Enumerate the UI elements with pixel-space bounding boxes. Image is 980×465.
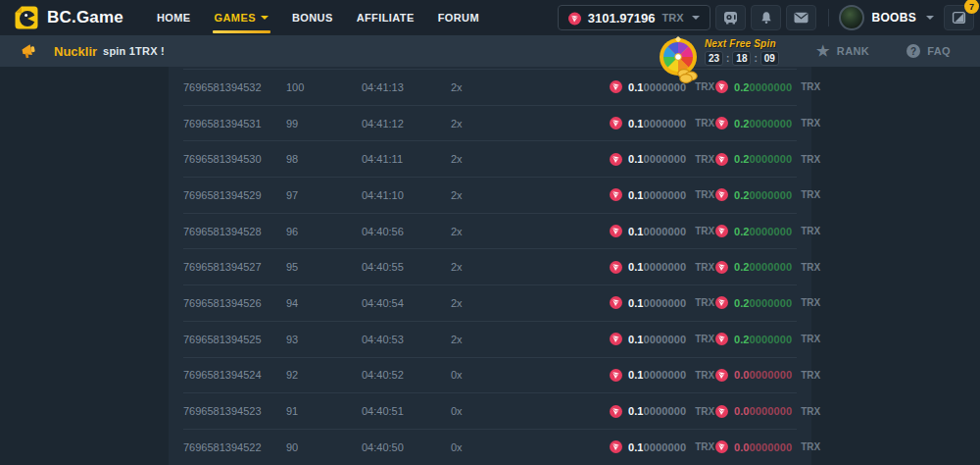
bet-amount-main: 0.1 [628,261,644,273]
bet-amount-zeros: 0000000 [644,118,687,129]
bet-amount-main: 0.1 [628,153,644,165]
round-number: 99 [286,118,362,129]
faq-link[interactable]: ? FAQ [906,44,951,58]
rank-label: RANK [837,45,869,57]
round-number: 96 [286,226,362,237]
bet-id: 7696581394528 [183,226,286,237]
trx-coin-icon [610,369,622,382]
bet-amount: 0.10000000 TRX [610,440,715,453]
multiplier: 2x [451,189,610,201]
chat-icon [952,11,966,25]
balance-selector[interactable]: 3101.97196 TRX [558,5,711,30]
currency-label: TRX [695,334,714,344]
payout-value: 0.20000000 [734,297,792,309]
table-row[interactable]: 7696581394525 93 04:40:53 2x 0.10000000 … [183,321,797,357]
bet-time: 04:41:11 [362,153,451,165]
payout: 0.20000000 TRX [715,225,820,237]
bet-amount: 0.10000000 TRX [610,405,715,418]
bet-amount-main: 0.1 [628,226,644,237]
bet-amount-main: 0.1 [628,189,644,201]
bet-amount: 0.10000000 TRX [610,225,715,237]
nav-affiliate[interactable]: AFFILIATE [345,0,426,35]
bet-time: 04:40:53 [362,334,451,345]
round-number: 95 [286,261,362,273]
trx-coin-icon [715,225,728,237]
nav-forum[interactable]: FORUM [426,0,491,35]
bet-amount-value: 0.10000000 [628,405,686,417]
payout-zeros: 0000000 [750,118,793,129]
currency-label: TRX [801,441,820,452]
currency-label: TRX [695,118,714,129]
table-row[interactable]: 7696581394532 100 04:41:13 2x 0.10000000… [183,69,797,105]
nav-bonus[interactable]: BONUS [280,0,345,35]
announcement-link[interactable]: Nucklir spin 1TRX ! [20,43,165,60]
payout-main: 0.2 [734,153,750,165]
payout-main: 0.0 [734,441,750,453]
payout-main: 0.0 [734,369,750,381]
free-spin-widget[interactable]: Next Free Spin 23 : 18 : 09 [658,35,779,67]
top-navigation-bar: BC.Game HOME GAMES BONUS AFFILIATE FORUM [0,0,980,35]
main-nav: HOME GAMES BONUS AFFILIATE FORUM [145,0,491,35]
currency-label: TRX [695,370,714,381]
rank-link[interactable]: ★ RANK [816,44,869,58]
table-row[interactable]: 7696581394526 94 04:40:54 2x 0.10000000 … [183,284,797,321]
table-row[interactable]: 7696581394527 95 04:40:55 2x 0.10000000 … [183,248,797,284]
table-row[interactable]: 7696581394531 99 04:41:12 2x 0.10000000 … [183,105,797,141]
bet-amount-zeros: 0000000 [644,189,687,201]
payout-zeros: 0000000 [750,226,793,237]
trx-coin-icon [610,405,622,418]
timer-minutes: 18 [732,51,751,66]
currency-label: TRX [801,81,820,92]
payout-zeros: 0000000 [750,81,793,93]
payout: 0.00000000 TRX [715,369,820,382]
payout-zeros: 0000000 [750,369,793,381]
table-row[interactable]: 7696581394528 96 04:40:56 2x 0.10000000 … [183,213,797,249]
bet-amount-value: 0.10000000 [628,261,686,273]
payout-main: 0.2 [734,226,750,237]
table-row[interactable]: 7696581394529 97 04:41:10 2x 0.10000000 … [183,177,797,213]
chevron-down-icon [261,16,269,20]
payout-value: 0.00000000 [734,441,792,453]
bet-amount-value: 0.10000000 [628,153,686,165]
bet-amount: 0.10000000 TRX [610,117,715,129]
nav-games[interactable]: GAMES [203,0,280,35]
payout-value: 0.00000000 [734,369,792,381]
balance-amount: 3101.97196 [588,11,656,26]
payout-main: 0.2 [734,334,750,345]
bet-amount-zeros: 0000000 [644,441,687,453]
chevron-down-icon [926,16,934,20]
trx-coin-icon [715,117,728,129]
mail-icon [794,12,808,24]
bet-amount: 0.10000000 TRX [610,296,715,309]
bet-amount-value: 0.10000000 [628,118,686,129]
payout: 0.20000000 TRX [715,296,820,309]
bet-amount-zeros: 0000000 [644,405,687,417]
vault-button[interactable] [715,5,746,30]
trx-coin-icon [715,261,728,274]
chat-button[interactable]: 7 [944,5,974,30]
payout-main: 0.2 [734,189,750,201]
free-spin-label: Next Free Spin [705,38,779,49]
bet-amount-value: 0.10000000 [628,189,686,201]
table-row[interactable]: 7696581394523 91 04:40:51 0x 0.10000000 … [183,392,797,429]
currency-label: TRX [801,297,820,308]
bet-time: 04:40:54 [362,297,451,309]
table-row[interactable]: 7696581394524 92 04:40:52 0x 0.10000000 … [183,357,797,393]
payout-value: 0.20000000 [734,226,792,237]
user-menu[interactable]: BOOBS [839,5,934,30]
notifications-button[interactable] [751,5,781,30]
payout: 0.20000000 TRX [715,261,820,274]
table-row[interactable]: 7696581394530 98 04:41:11 2x 0.10000000 … [183,140,797,177]
payout-main: 0.2 [734,81,750,93]
nav-home[interactable]: HOME [145,0,203,35]
table-row[interactable]: 7696581394522 90 04:40:50 0x 0.10000000 … [183,429,797,465]
brand-logo[interactable]: BC.Game [14,5,123,30]
trx-coin-icon [610,333,622,345]
question-icon: ? [906,44,920,58]
currency-label: TRX [801,189,820,200]
free-spin-info: Next Free Spin 23 : 18 : 09 [705,35,779,66]
mail-button[interactable] [786,5,816,30]
chevron-down-icon [692,16,700,20]
currency-label: TRX [801,406,820,417]
bet-amount: 0.10000000 TRX [610,261,715,274]
